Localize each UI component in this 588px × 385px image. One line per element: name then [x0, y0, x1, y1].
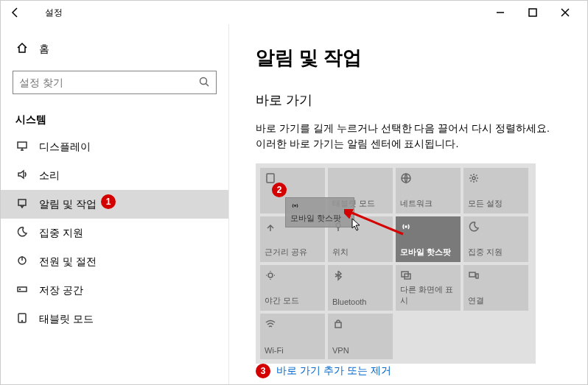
tile-label: 집중 지원 — [468, 247, 524, 258]
moon-icon — [468, 221, 524, 235]
tile-label: 다른 화면에 표시 — [400, 284, 456, 306]
tile-label: 근거리 공유 — [265, 247, 321, 258]
nav-label: 디스플레이 — [39, 141, 91, 154]
page-title: 알림 및 작업 — [256, 45, 561, 71]
svg-point-8 — [22, 321, 23, 322]
hotspot-icon — [290, 201, 349, 213]
power-icon — [15, 255, 29, 269]
wifi-icon — [265, 318, 321, 332]
sidebar-item-storage[interactable]: 저장 공간 — [1, 276, 228, 305]
close-icon — [559, 7, 571, 18]
back-button[interactable] — [7, 4, 24, 21]
annotation-2: 2 — [272, 183, 287, 197]
svg-rect-2 — [18, 142, 27, 148]
brightness-icon — [265, 269, 321, 283]
svg-rect-9 — [267, 174, 274, 183]
sidebar-item-notifications[interactable]: 알림 및 작업 1 — [1, 190, 228, 219]
annotation-3: 3 — [256, 364, 270, 378]
svg-point-11 — [472, 177, 475, 180]
search-icon — [198, 76, 210, 90]
svg-rect-18 — [476, 274, 478, 278]
svg-rect-17 — [469, 272, 475, 277]
svg-rect-3 — [18, 199, 26, 205]
annotation-1: 1 — [101, 194, 116, 209]
sidebar-item-power[interactable]: 전원 및 절전 — [1, 247, 228, 276]
arrow-left-icon — [10, 7, 21, 18]
storage-icon — [15, 283, 29, 297]
tile-night-mode[interactable]: 야간 모드 — [260, 265, 325, 311]
nav-label: 집중 지원 — [39, 227, 83, 240]
sidebar-item-tablet[interactable]: 태블릿 모드 — [1, 305, 228, 333]
tile-label: Wi-Fi — [265, 346, 321, 355]
home-icon — [15, 42, 29, 56]
notification-icon — [15, 197, 29, 211]
minimize-button[interactable] — [484, 1, 517, 24]
tile-all-settings[interactable]: 모든 설정 — [463, 168, 528, 213]
sidebar-item-focus[interactable]: 집중 지원 — [1, 219, 228, 247]
tile-network[interactable]: 네트워크 — [396, 168, 461, 213]
svg-rect-19 — [335, 322, 341, 328]
minimize-icon — [494, 7, 506, 18]
sidebar-item-sound[interactable]: 소리 — [1, 161, 228, 190]
window-title: 설정 — [45, 7, 63, 19]
svg-point-14 — [268, 273, 273, 278]
tile-label: Bluetooth — [332, 297, 388, 306]
nav-label: 저장 공간 — [39, 284, 83, 297]
sidebar-item-display[interactable]: 디스플레이 — [1, 133, 228, 161]
nav-label: 전원 및 절전 — [39, 255, 97, 269]
svg-rect-0 — [529, 9, 536, 16]
moon-icon — [15, 226, 29, 240]
ghost-label: 모바일 핫스팟 — [290, 213, 341, 222]
tile-label: 위치 — [332, 247, 388, 258]
home-label: 홈 — [39, 43, 49, 56]
project-icon — [400, 269, 456, 283]
svg-point-1 — [200, 77, 207, 84]
tile-label: 모바일 핫스팟 — [400, 247, 456, 258]
svg-point-6 — [20, 289, 21, 290]
maximize-button[interactable] — [517, 1, 549, 24]
category-label: 시스템 — [1, 109, 228, 133]
tile-label: 네트워크 — [400, 198, 456, 209]
bluetooth-icon — [332, 269, 388, 283]
connect-icon — [468, 269, 524, 283]
titlebar: 설정 — [1, 1, 587, 24]
gear-icon — [468, 172, 524, 186]
nav-label: 소리 — [39, 169, 60, 183]
home-button[interactable]: 홈 — [1, 36, 228, 62]
nav-label: 알림 및 작업 — [39, 198, 97, 211]
tile-focus-assist[interactable]: 집중 지원 — [463, 216, 528, 262]
vpn-icon — [332, 318, 388, 332]
tile-label: 모든 설정 — [468, 198, 524, 209]
tablet-icon — [15, 312, 29, 326]
sidebar: 홈 시스템 디스플레이 소리 알림 및 작업 1 집중 지원 — [1, 24, 229, 384]
search-input[interactable] — [19, 77, 198, 88]
tile-label: VPN — [332, 346, 388, 355]
tablet-icon — [265, 172, 321, 186]
section-heading: 바로 가기 — [256, 91, 561, 109]
nav-label: 태블릿 모드 — [39, 313, 94, 326]
search-box[interactable] — [13, 71, 217, 94]
speaker-icon — [15, 169, 29, 183]
svg-point-20 — [295, 205, 296, 207]
globe-icon — [400, 172, 456, 186]
tile-wifi[interactable]: Wi-Fi — [260, 314, 325, 359]
quick-action-tiles: 태블릿 모드 네트워크 모든 설정 근거리 공유 위치 — [256, 163, 536, 364]
tile-bluetooth[interactable]: Bluetooth — [328, 265, 393, 311]
tile-connect[interactable]: 연결 — [463, 265, 528, 311]
cursor-icon — [351, 218, 363, 233]
tile-project[interactable]: 다른 화면에 표시 — [396, 265, 461, 311]
display-icon — [15, 140, 29, 154]
maximize-icon — [527, 7, 539, 18]
main-content: 알림 및 작업 바로 가기 바로 가기를 길게 누르거나 선택한 다음 끌어서 … — [229, 24, 587, 384]
close-button[interactable] — [549, 1, 581, 24]
section-description: 바로 가기를 길게 누르거나 선택한 다음 끌어서 다시 정렬하세요. 이러한 … — [256, 121, 561, 152]
tile-label: 연결 — [468, 295, 524, 306]
tile-label: 야간 모드 — [265, 295, 321, 306]
tile-vpn[interactable]: VPN — [328, 314, 393, 359]
add-remove-link[interactable]: 바로 가기 추가 또는 제거 — [276, 364, 391, 378]
